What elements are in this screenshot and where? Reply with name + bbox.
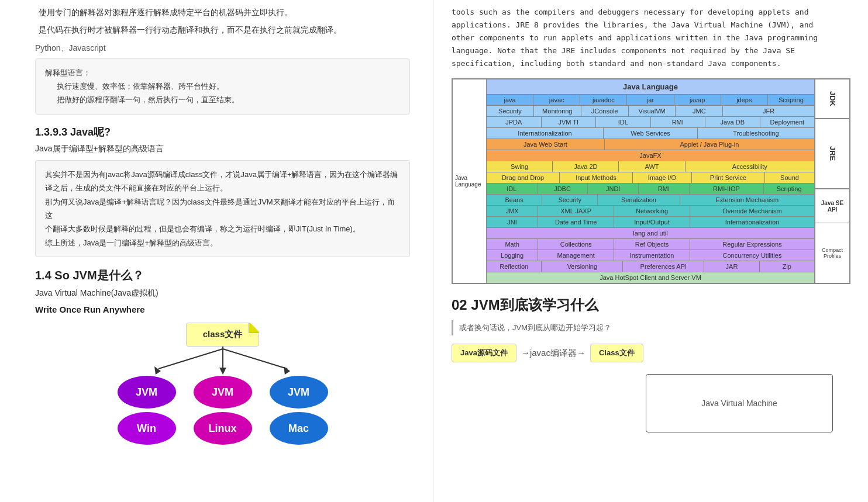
integration-row: IDL JDBC JNDI RMI RMI-IIOP Scripting xyxy=(487,184,814,195)
cell-javadb: Java DB xyxy=(705,117,760,127)
cell-rmi: RMI xyxy=(651,117,706,127)
flow-row: Java源码文件 →javac编译器→ Class文件 xyxy=(452,344,850,362)
cell-management: Management xyxy=(538,250,614,261)
cell-refobjects: Ref Objects xyxy=(614,239,690,250)
section-139-title: 1.3.9.3 Java呢? xyxy=(35,125,410,139)
cell-jpda: JPDA xyxy=(487,117,542,127)
cell-jar: jar xyxy=(627,95,674,105)
cell-serialization: Serialization xyxy=(598,195,680,205)
arrows-svg xyxy=(118,347,328,376)
java-language-header: Java Language xyxy=(487,79,814,95)
os-oval-linux: Linux xyxy=(194,412,252,445)
cell-instrumentation: Instrumentation xyxy=(614,250,690,261)
cell-idl: IDL xyxy=(596,117,651,127)
cell-override-mechanism: Override Mechanism xyxy=(690,206,814,216)
cell-visualvm: VisualVM xyxy=(629,106,676,116)
java-exp-line3: 那为何又说Java是编译+解释语言呢？因为class文件最终是通过JVM来翻译才… xyxy=(45,195,400,223)
cell-scripting2: Scripting xyxy=(764,184,814,194)
java-lang-right: Java Language java javac javadoc jar jav… xyxy=(487,79,814,283)
java-exp-line2: 译之后，生成的类文件不能直接在对应的平台上运行。 xyxy=(45,181,400,195)
header-section: Java Language Java Language java javac j… xyxy=(452,79,850,283)
interpreter-code-block: 解释型语言： 执行速度慢、效率低；依靠解释器、跨平台性好。 把做好的源程序翻译一… xyxy=(35,58,410,115)
jvm-diagram: class文件 JVM Win xyxy=(35,323,410,463)
java-exp-line4: 个翻译大多数时候是解释的过程，但是也会有编译，称之为运行时编译，即JIT(Jus… xyxy=(45,222,400,236)
math-row: Math Collections Ref Objects Regular Exp… xyxy=(487,239,814,250)
cell-inputmethods: Input Methods xyxy=(560,172,633,183)
jvm-big-box: Java Virtual Machine xyxy=(646,374,833,432)
cell-javafx: JavaFX xyxy=(487,150,814,161)
cell-javac: javac xyxy=(533,95,580,105)
jvm-big-box-label: Java Virtual Machine xyxy=(701,399,777,408)
cell-swing: Swing xyxy=(487,161,553,172)
cell-datetime: Date and Time xyxy=(538,217,614,227)
tools-apis-row: Security Monitoring JConsole VisualVM JM… xyxy=(487,106,814,117)
cell-security2: Security xyxy=(542,195,598,205)
java-lang-title-row: Java Language Java Language java javac j… xyxy=(452,78,850,284)
cell-javawebstart: Java Web Start xyxy=(487,139,605,150)
cell-java2d: Java 2D xyxy=(553,161,619,172)
jre-side-label: JRE xyxy=(815,119,849,190)
intro-text-block: 使用专门的解释器对源程序逐行解释成特定平台的机器码并立即执行。 是代码在执行时才… xyxy=(35,6,410,37)
cell-jmc: JMC xyxy=(676,106,723,116)
cell-logging: Logging xyxy=(487,250,538,261)
java-table-container: Java Language Java Language java javac j… xyxy=(452,78,850,284)
write-once-label: Write Once Run Anywhere xyxy=(35,304,410,314)
deployment-row: Java Web Start Applet / Java Plug-in xyxy=(487,139,814,150)
side-labels: JDK JRE Java SE API Compact Profiles xyxy=(814,79,849,283)
cell-jndi: JNDI xyxy=(588,184,639,194)
right-intro-text: tools such as the compilers and debugger… xyxy=(452,6,850,70)
dnd-row: Drag and Drop Input Methods Image I/O Pr… xyxy=(487,172,814,184)
cell-math: Math xyxy=(487,239,538,250)
cell-troubleshooting: Troubleshooting xyxy=(698,128,814,139)
cell-accessibility: Accessibility xyxy=(686,161,814,172)
java-api-diagram: Java Language Java Language java javac j… xyxy=(452,78,850,284)
cell-versioning: Versioning xyxy=(542,261,623,272)
cell-rmi2: RMI xyxy=(639,184,690,194)
cell-imageio: Image I/O xyxy=(633,172,692,183)
section-14-title: 1.4 So JVM是什么？ xyxy=(35,268,410,283)
os-oval-win: Win xyxy=(118,412,176,445)
jvm-item-1: JVM Win xyxy=(118,376,176,445)
tools-row: java javac javadoc jar javap jdeps Scrip… xyxy=(487,95,814,106)
swing-row: Swing Java 2D AWT Accessibility xyxy=(487,161,814,172)
cell-security: Security xyxy=(487,106,534,116)
cell-jdeps: jdeps xyxy=(721,95,768,105)
java-exp-line1: 其实并不是因为有javac将Java源码编译成class文件，才说Java属于编… xyxy=(45,168,400,181)
cell-java: java xyxy=(487,95,533,105)
flow-arrow-1: →javac编译器→ xyxy=(521,348,585,359)
java-exp-line5: 综上所述，Java是一门编译型+解释型的高级语言。 xyxy=(45,236,400,250)
cell-internationalization: Internationalization xyxy=(487,128,604,139)
java-lang-left-label: Java Language xyxy=(453,79,487,283)
jvm-row: JVM Win JVM Linux JVM Mac xyxy=(118,376,328,445)
os-oval-mac: Mac xyxy=(270,412,328,445)
jni-row: JNI Date and Time Input/Output Internati… xyxy=(487,217,814,228)
jdk-side-label: JDK xyxy=(815,79,849,119)
flow-box-2: Class文件 xyxy=(590,344,643,362)
cell-reflection: Reflection xyxy=(487,261,542,272)
class-box-label: class文件 xyxy=(203,329,243,339)
cell-idl2: IDL xyxy=(487,184,538,194)
cell-beans: Beans xyxy=(487,195,542,205)
section-139-subtitle: Java属于编译型+解释型的高级语言 xyxy=(35,144,410,154)
cell-xmljaxp: XML JAXP xyxy=(538,206,614,216)
cell-jni: JNI xyxy=(487,217,538,227)
svg-marker-1 xyxy=(219,368,226,375)
compact-profiles-label: Compact Profiles xyxy=(815,223,849,283)
right-panel: tools such as the compilers and debugger… xyxy=(434,0,868,502)
intro-line-1: 使用专门的解释器对源程序逐行解释成特定平台的机器码并立即执行。 xyxy=(35,6,410,20)
cell-webservices: Web Services xyxy=(604,128,698,139)
cell-concurrency: Concurrency Utilities xyxy=(690,250,814,261)
blockquote: 或者换句话说，JVM到底从哪边开始学习起？ xyxy=(452,320,850,335)
jvm-item-2: JVM Linux xyxy=(194,376,252,445)
cell-jar: JAR xyxy=(704,261,759,272)
jvm-oval-1: JVM xyxy=(118,376,176,408)
cell-collections: Collections xyxy=(538,239,614,250)
flow-box-1: Java源码文件 xyxy=(452,344,516,362)
svg-line-2 xyxy=(159,349,223,369)
cell-javap: javap xyxy=(674,95,721,105)
jvm-oval-2: JVM xyxy=(194,376,252,408)
code-block-line1: 执行速度慢、效率低；依靠解释器、跨平台性好。 xyxy=(45,79,400,93)
java-se-api-label: Java SE API xyxy=(815,189,849,223)
cell-langutil: lang and util xyxy=(487,228,814,238)
cell-prefs: Preferences API xyxy=(623,261,704,272)
